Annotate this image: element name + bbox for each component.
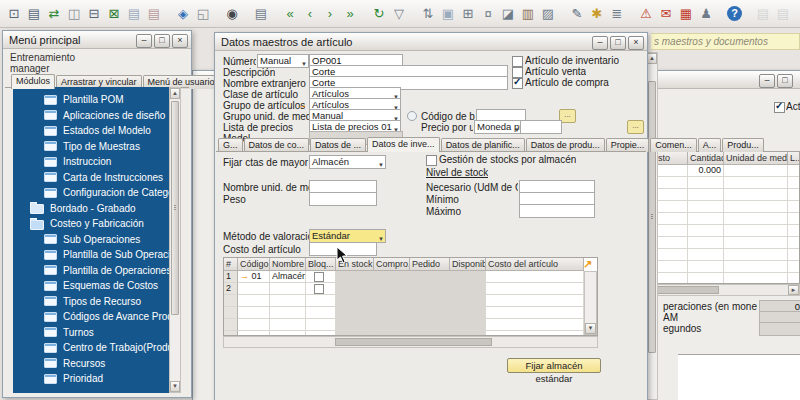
sidebar-item[interactable]: Instruccion bbox=[13, 154, 169, 170]
column-header[interactable]: Código... bbox=[238, 258, 270, 271]
calculator-icon[interactable]: ⊞ bbox=[460, 5, 476, 23]
table-cell[interactable] bbox=[336, 295, 374, 307]
dialog-tab-0[interactable]: G... bbox=[218, 138, 243, 152]
valuation-method-dropdown[interactable]: Estándar bbox=[309, 229, 386, 243]
sidebar-item[interactable]: Bordado - Grabado bbox=[13, 201, 169, 217]
sidebar-item[interactable]: Sub Operaciones bbox=[13, 232, 169, 248]
column-header[interactable]: Nombre ... bbox=[270, 258, 306, 271]
sidebar-item[interactable]: Turnos bbox=[13, 325, 169, 341]
find-icon[interactable]: ◉ bbox=[224, 5, 240, 23]
unit-price-browse-button[interactable]: ... bbox=[627, 120, 644, 134]
table-cell[interactable] bbox=[688, 249, 724, 261]
table-cell[interactable] bbox=[374, 271, 410, 283]
table-cell[interactable] bbox=[238, 295, 270, 307]
item-number-type-dropdown[interactable]: Manual bbox=[257, 54, 309, 68]
column-header[interactable]: Costo del artículo bbox=[486, 258, 584, 271]
maximum-input[interactable] bbox=[519, 204, 595, 218]
table-cell[interactable] bbox=[270, 319, 306, 331]
close-button[interactable]: × bbox=[172, 34, 188, 48]
print-preview-icon[interactable]: ⊟ bbox=[86, 5, 102, 23]
print-icon[interactable]: ▤ bbox=[26, 5, 42, 23]
column-header[interactable]: Bloq... bbox=[306, 258, 336, 271]
table-row[interactable] bbox=[224, 307, 597, 319]
table-cell[interactable] bbox=[724, 189, 788, 201]
table-cell[interactable] bbox=[238, 307, 270, 319]
table-cell[interactable] bbox=[688, 189, 724, 201]
chart-icon[interactable]: ◪ bbox=[500, 5, 516, 23]
sort-icon[interactable]: ⇅ bbox=[420, 5, 436, 23]
dialog-tab-2[interactable]: Datos de ... bbox=[310, 138, 366, 152]
table-cell[interactable] bbox=[656, 237, 688, 249]
table-cell[interactable] bbox=[486, 283, 584, 295]
sidebar-item[interactable]: Estados del Modelo bbox=[13, 123, 169, 139]
table-cell[interactable] bbox=[724, 261, 788, 273]
export-word-icon[interactable]: ▤ bbox=[126, 5, 142, 23]
unit-price-currency-dropdown[interactable]: Moneda prim bbox=[474, 120, 522, 134]
warehouse-table-hscrollbar[interactable] bbox=[223, 336, 598, 348]
hscroll-thumb[interactable] bbox=[657, 286, 719, 294]
table-row[interactable]: 2 bbox=[224, 283, 597, 295]
table-row[interactable] bbox=[656, 261, 799, 273]
table-cell[interactable] bbox=[724, 177, 788, 189]
table-cell[interactable] bbox=[788, 225, 800, 237]
attachment-icon[interactable]: ◫ bbox=[66, 5, 82, 23]
table-cell[interactable] bbox=[306, 271, 336, 283]
table-cell[interactable] bbox=[656, 177, 688, 189]
maximize-button[interactable]: □ bbox=[610, 36, 626, 50]
table-row[interactable] bbox=[656, 225, 799, 237]
table-cell[interactable] bbox=[788, 189, 800, 201]
sidebar-item[interactable]: Prioridad bbox=[13, 371, 169, 387]
hscroll-thumb[interactable] bbox=[335, 338, 492, 346]
sidebar-item[interactable]: Configuracion de Categorias bbox=[13, 185, 169, 201]
table-cell[interactable] bbox=[656, 165, 688, 177]
table-cell[interactable] bbox=[688, 177, 724, 189]
table-cell[interactable] bbox=[724, 237, 788, 249]
blocked-checkbox[interactable] bbox=[314, 284, 324, 294]
table-cell[interactable] bbox=[306, 307, 336, 319]
sidebar-item[interactable]: Códigos de Avance Produccio bbox=[13, 309, 169, 325]
table-cell[interactable] bbox=[724, 165, 788, 177]
column-header[interactable]: # bbox=[224, 258, 238, 271]
vscroll-thumb[interactable] bbox=[648, 81, 656, 353]
table-cell[interactable] bbox=[788, 273, 800, 284]
sidebar-item[interactable]: Plantilla de Sub Operaciones bbox=[13, 247, 169, 263]
table-cell[interactable] bbox=[688, 213, 724, 225]
dialog-tab-9[interactable]: Produ... bbox=[722, 138, 764, 152]
table-row[interactable] bbox=[656, 177, 799, 189]
sidebar-item[interactable]: Recursos bbox=[13, 356, 169, 372]
table-row[interactable] bbox=[656, 249, 799, 261]
table-cell[interactable] bbox=[374, 319, 410, 331]
global-search-input[interactable]: s maestros y documentos bbox=[651, 33, 800, 50]
column-header[interactable]: Unidad de medida bbox=[724, 152, 788, 165]
table-cell[interactable] bbox=[656, 261, 688, 273]
previous-record-icon[interactable]: ‹ bbox=[302, 5, 318, 23]
table-cell[interactable] bbox=[486, 319, 584, 331]
table-cell[interactable] bbox=[374, 295, 410, 307]
link-arrow-icon[interactable]: → bbox=[297, 99, 308, 109]
item-type-checkbox[interactable] bbox=[512, 78, 523, 89]
table-cell[interactable] bbox=[450, 307, 486, 319]
table-cell[interactable] bbox=[724, 273, 788, 284]
dialog-tab-1[interactable]: Datos de co... bbox=[244, 138, 310, 152]
journal-icon[interactable]: ▥ bbox=[520, 5, 536, 23]
alerts-icon[interactable]: ⚠ bbox=[638, 5, 654, 23]
dialog-tab-8[interactable]: A... bbox=[698, 138, 722, 152]
table-cell[interactable] bbox=[656, 225, 688, 237]
column-header[interactable]: Disponible bbox=[450, 258, 486, 271]
table-row[interactable] bbox=[656, 189, 799, 201]
sidebar-item[interactable]: Tipo de Muestras bbox=[13, 139, 169, 155]
vscroll-thumb[interactable] bbox=[171, 101, 179, 315]
sidebar-item[interactable]: Centro de Trabajo(Produccio bbox=[13, 340, 169, 356]
minimize-button[interactable]: – bbox=[759, 74, 775, 88]
table-cell[interactable] bbox=[688, 261, 724, 273]
dialog-tab-4[interactable]: Datos de planific... bbox=[441, 138, 525, 152]
table-cell[interactable] bbox=[486, 307, 584, 319]
scroll-down-button[interactable]: ▼ bbox=[170, 381, 180, 392]
table-cell[interactable] bbox=[788, 201, 800, 213]
calendar-icon[interactable]: ▦ bbox=[678, 5, 694, 23]
table-cell[interactable] bbox=[238, 283, 270, 295]
table-cell[interactable] bbox=[410, 307, 450, 319]
set-default-warehouse-button[interactable]: Fijar almacén estándar bbox=[507, 358, 601, 373]
table-row[interactable] bbox=[656, 273, 799, 284]
info-circle-icon[interactable] bbox=[407, 111, 417, 121]
